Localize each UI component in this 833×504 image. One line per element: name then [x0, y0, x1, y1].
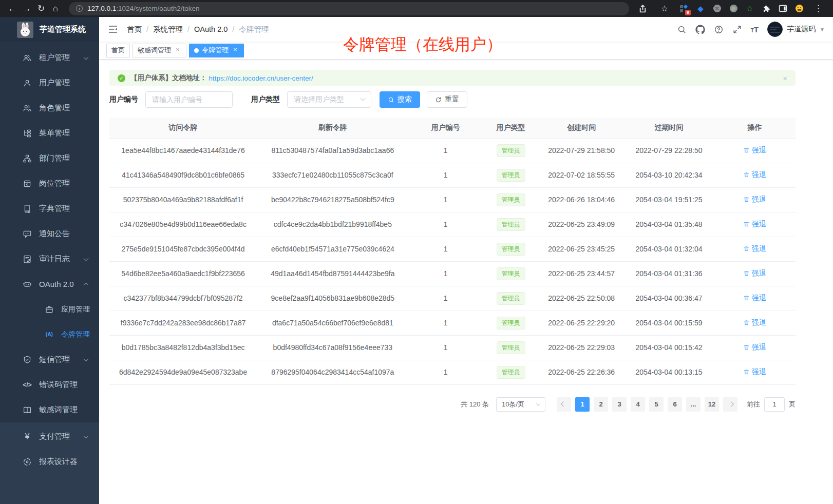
- table-row: 41c41346a548490f9dc8b01c6bfe0865333ecfc7…: [109, 163, 796, 187]
- action-cell: 强退: [714, 163, 796, 187]
- command-extension-icon[interactable]: ⌘: [712, 4, 722, 13]
- forward-icon[interactable]: →: [20, 2, 34, 16]
- page-button[interactable]: 2: [594, 397, 608, 412]
- puzzle-extension-icon[interactable]: [762, 4, 771, 13]
- sidebar-item-active[interactable]: (A)令牌管理: [0, 322, 99, 347]
- sidebar-item[interactable]: </>错误码管理: [0, 372, 99, 397]
- back-icon[interactable]: ←: [5, 2, 20, 16]
- breadcrumb-item[interactable]: 首页: [127, 25, 142, 34]
- sidebar-item[interactable]: OAuth 2.0: [0, 272, 99, 297]
- user-type-cell: 管理员: [483, 187, 539, 212]
- bookmark-star-icon[interactable]: ☆: [657, 2, 672, 16]
- address-bar[interactable]: i 127.0.0.1:1024/system/oauth2/token: [69, 2, 629, 15]
- user-id-input[interactable]: [145, 91, 233, 108]
- refresh-token-cell: 8796295f04064c2983414cc54af1097a: [257, 360, 408, 384]
- reload-icon[interactable]: ↻: [34, 2, 48, 16]
- table-row: f9336e7c7dd242a283ee98dc86b17a87dfa6c71a…: [109, 311, 796, 335]
- page-button[interactable]: 1: [575, 397, 590, 412]
- force-logout-button[interactable]: 强退: [743, 269, 766, 278]
- breadcrumb-item[interactable]: OAuth 2.0: [194, 25, 228, 33]
- force-logout-button[interactable]: 强退: [743, 220, 766, 229]
- page-button[interactable]: 12: [705, 397, 719, 412]
- user-type-select[interactable]: 请选择用户类型: [287, 91, 371, 108]
- sidebar-item[interactable]: 菜单管理: [0, 121, 99, 146]
- sidebar-item[interactable]: 租户管理: [0, 45, 99, 70]
- page-button[interactable]: 5: [649, 397, 664, 412]
- search-icon[interactable]: [677, 25, 687, 34]
- sidebar-item[interactable]: 报表设计器: [0, 449, 99, 474]
- sidebar-item[interactable]: ¥支付管理: [0, 424, 99, 449]
- sidepanel-extension-icon[interactable]: [778, 4, 787, 13]
- page-button[interactable]: 3: [612, 397, 627, 412]
- doc-link[interactable]: https://doc.iocoder.cn/user-center/: [209, 74, 313, 82]
- force-logout-button[interactable]: 强退: [743, 343, 766, 352]
- sidebar-item[interactable]: 部门管理: [0, 146, 99, 171]
- tab-close-icon[interactable]: ×: [174, 47, 181, 54]
- tab-close-icon[interactable]: ×: [232, 47, 239, 54]
- create-time-cell: 2022-06-25 22:29:20: [539, 311, 624, 335]
- sidebar-item[interactable]: 角色管理: [0, 95, 99, 121]
- breadcrumb-item[interactable]: 系统管理: [153, 25, 183, 34]
- sidebar-item[interactable]: 敏感词管理: [0, 397, 99, 422]
- site-info-icon[interactable]: i: [76, 5, 83, 12]
- share-icon[interactable]: [635, 2, 650, 16]
- tab-active[interactable]: 令牌管理×: [189, 44, 244, 57]
- page-size-select[interactable]: 10条/页: [496, 397, 545, 412]
- prev-page-button[interactable]: [557, 397, 571, 412]
- force-logout-button[interactable]: 强退: [743, 195, 766, 204]
- sidebar-item[interactable]: 字典管理: [0, 196, 99, 221]
- next-page-button[interactable]: [723, 397, 737, 412]
- sidebar-item[interactable]: 岗位管理: [0, 171, 99, 196]
- expire-time-cell: 2054-03-04 01:31:36: [624, 261, 714, 286]
- force-logout-button[interactable]: 强退: [743, 244, 766, 254]
- fullscreen-icon[interactable]: [732, 25, 742, 34]
- page-button[interactable]: 6: [668, 397, 682, 412]
- record-extension-icon[interactable]: [729, 4, 738, 13]
- app-logo-row[interactable]: 芋道管理系统: [0, 17, 99, 42]
- token-broadcast-icon: (A): [44, 329, 54, 340]
- force-logout-button[interactable]: 强退: [743, 294, 766, 303]
- github-icon[interactable]: [695, 25, 705, 34]
- tab-item[interactable]: 首页: [106, 44, 130, 57]
- user-menu[interactable]: 芋道源码 ▼: [767, 22, 825, 37]
- home-icon[interactable]: ⌂: [48, 2, 63, 16]
- user-id-cell: 1: [408, 187, 482, 212]
- page-button[interactable]: 4: [631, 397, 645, 412]
- font-size-icon[interactable]: TT: [751, 25, 759, 34]
- refresh-token-cell: 9ce8ef2aa9f14056b831ae9b608e28d5: [257, 286, 408, 311]
- sidebar-item[interactable]: 应用管理: [0, 297, 99, 322]
- sidebar-item[interactable]: 审计日志: [0, 246, 99, 272]
- reset-button[interactable]: 重置: [427, 91, 467, 108]
- search-button[interactable]: 搜索: [380, 91, 420, 108]
- force-logout-label: 强退: [751, 318, 766, 327]
- gem-extension-icon[interactable]: ◆: [696, 4, 705, 13]
- collapse-sidebar-icon[interactable]: [107, 24, 119, 35]
- emoji-extension-icon[interactable]: [794, 4, 804, 13]
- force-logout-button[interactable]: 强退: [743, 367, 766, 377]
- browser-menu-icon[interactable]: ⋮: [811, 2, 826, 16]
- sidebar-item[interactable]: 通知公告: [0, 221, 99, 246]
- goto-page-input[interactable]: [764, 397, 785, 412]
- refresh-token-cell: be90422b8c7946218275a508bf524fc9: [257, 187, 408, 212]
- tab-item[interactable]: 敏感词管理×: [132, 44, 186, 57]
- sidebar-item-label: 字典管理: [39, 204, 70, 214]
- force-logout-button[interactable]: 强退: [743, 170, 766, 180]
- force-logout-button[interactable]: 强退: [743, 318, 766, 327]
- tokens-table: 访问令牌刷新令牌用户编号用户类型创建时间过期时间操作 1ea5e44f8bc14…: [109, 118, 796, 385]
- expire-time-cell: 2054-03-04 00:13:15: [624, 360, 714, 384]
- sidebar-item[interactable]: 用户管理: [0, 70, 99, 95]
- sidebar-item-label: 报表设计器: [39, 457, 78, 467]
- user-type-badge: 管理员: [497, 341, 525, 354]
- star-extension-icon[interactable]: ☆: [745, 4, 754, 13]
- user-type-cell: 管理员: [483, 360, 539, 384]
- blocks-extension-icon[interactable]: 9: [679, 4, 689, 13]
- pager-ellipsis[interactable]: ...: [686, 397, 701, 412]
- alert-close-icon[interactable]: ×: [783, 74, 787, 83]
- avatar: [767, 22, 783, 37]
- force-logout-button[interactable]: 强退: [743, 146, 766, 155]
- success-check-icon: ✓: [118, 74, 125, 82]
- navbar-actions: TT 芋道源码 ▼: [677, 22, 825, 37]
- sidebar-item[interactable]: 短信管理: [0, 347, 99, 372]
- create-time-cell: 2022-06-25 23:45:25: [539, 237, 624, 261]
- help-icon[interactable]: [714, 25, 724, 34]
